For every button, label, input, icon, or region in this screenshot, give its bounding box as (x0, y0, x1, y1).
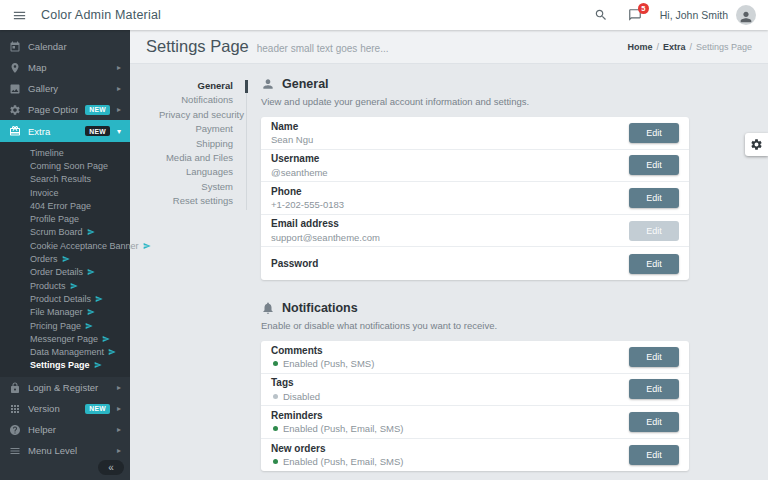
calendar-icon (9, 41, 21, 53)
breadcrumb-separator: / (689, 42, 692, 52)
row-value: +1-202-555-0183 (271, 199, 629, 210)
edit-button[interactable]: Edit (629, 254, 679, 274)
submenu-item-data-management[interactable]: Data Management (0, 345, 130, 358)
sidebar-item-version[interactable]: Version NEW ▸ (0, 398, 130, 419)
row-text: Password (271, 258, 629, 269)
sidebar-item-login-register[interactable]: Login & Register ▸ (0, 377, 130, 398)
sidebar-item-map[interactable]: Map ▸ (0, 57, 130, 78)
row-label: Username (271, 153, 629, 164)
status-dot-disabled (273, 394, 278, 399)
row-label: Email address (271, 218, 629, 229)
submenu-item-invoice[interactable]: Invoice (0, 186, 130, 199)
breadcrumb-home[interactable]: Home (627, 42, 652, 52)
grid-icon (9, 403, 21, 415)
submenu-label: Pricing Page (30, 321, 81, 331)
settings-nav-system[interactable]: System (159, 180, 233, 194)
submenu-label: Cookie Acceptance Banner (30, 241, 139, 251)
paper-plane-icon (94, 361, 102, 369)
setting-row-username: Username @seantheme Edit (261, 150, 689, 183)
submenu-label: Order Details (30, 267, 83, 277)
settings-content: General Notifications Privacy and securi… (130, 64, 768, 480)
sidebar-item-menu-level[interactable]: Menu Level ▸ (0, 440, 130, 461)
submenu-item-product-details[interactable]: Product Details (0, 292, 130, 305)
question-icon (9, 424, 21, 436)
edit-button[interactable]: Edit (629, 123, 679, 143)
paper-plane-icon (108, 348, 116, 356)
row-label: Reminders (271, 410, 629, 421)
sidebar-item-label: Gallery (28, 83, 110, 94)
settings-nav-reset-settings[interactable]: Reset settings (159, 194, 233, 208)
submenu-label: Search Results (30, 174, 91, 184)
paper-plane-icon (70, 282, 78, 290)
submenu-item-file-manager[interactable]: File Manager (0, 306, 130, 319)
notifications-section: Notifications Enable or disable what not… (261, 301, 689, 471)
edit-button[interactable]: Edit (629, 412, 679, 432)
submenu-label: Data Management (30, 347, 104, 357)
settings-nav-shipping[interactable]: Shipping (159, 137, 233, 151)
notifications-button[interactable]: 5 (628, 8, 642, 22)
submenu-item-scrum-board[interactable]: Scrum Board (0, 226, 130, 239)
chevron-right-icon: ▸ (117, 63, 121, 72)
row-value: support@seantheme.com (271, 232, 629, 243)
new-badge: NEW (85, 404, 110, 414)
submenu-item-order-details[interactable]: Order Details (0, 266, 130, 279)
settings-nav-general[interactable]: General (159, 79, 233, 93)
submenu-item-coming-soon-page[interactable]: Coming Soon Page (0, 159, 130, 172)
submenu-item-settings-page[interactable]: Settings Page (0, 359, 130, 372)
submenu-item-search-results[interactable]: Search Results (0, 173, 130, 186)
sidebar-collapse-button[interactable]: « (98, 460, 124, 475)
app-title: Color Admin Material (41, 8, 161, 22)
submenu-item-messenger-page[interactable]: Messenger Page (0, 332, 130, 345)
sidebar-item-label: Menu Level (28, 445, 110, 456)
submenu-label: Settings Page (30, 360, 90, 370)
submenu-label: Timeline (30, 148, 64, 158)
sidebar-item-label: Version (28, 403, 78, 414)
paper-plane-icon (95, 295, 103, 303)
hamburger-menu-icon[interactable] (12, 8, 27, 23)
chevron-right-icon: ▸ (117, 383, 121, 392)
sidebar-item-gallery[interactable]: Gallery ▸ (0, 78, 130, 99)
topbar: Color Admin Material 5 Hi, John Smith (0, 0, 768, 30)
settings-nav-languages[interactable]: Languages (159, 165, 233, 179)
submenu-item-profile-page[interactable]: Profile Page (0, 212, 130, 225)
settings-nav-media-and-files[interactable]: Media and Files (159, 151, 233, 165)
edit-button[interactable]: Edit (629, 155, 679, 175)
paper-plane-icon (87, 268, 95, 276)
sidebar-item-helper[interactable]: Helper ▸ (0, 419, 130, 440)
theme-settings-button[interactable] (745, 133, 768, 156)
settings-nav-payment[interactable]: Payment (159, 122, 233, 136)
row-value: @seantheme (271, 167, 629, 178)
settings-nav-notifications[interactable]: Notifications (159, 93, 233, 107)
sidebar-item-calendar[interactable]: Calendar (0, 36, 130, 57)
edit-button-disabled: Edit (629, 221, 679, 241)
submenu-item-pricing-page[interactable]: Pricing Page (0, 319, 130, 332)
page-header: Settings Page header small text goes her… (130, 30, 768, 64)
section-title: Notifications (282, 301, 358, 315)
general-section-header: General (261, 77, 689, 91)
bell-icon (261, 301, 275, 315)
avatar[interactable] (736, 5, 756, 25)
gear-icon (750, 138, 763, 151)
submenu-item-timeline[interactable]: Timeline (0, 146, 130, 159)
submenu-item-404-error-page[interactable]: 404 Error Page (0, 199, 130, 212)
edit-button[interactable]: Edit (629, 445, 679, 465)
settings-nav-privacy-and-security[interactable]: Privacy and security (159, 108, 233, 122)
breadcrumb-extra[interactable]: Extra (663, 42, 686, 52)
settings-sections: General View and update your general acc… (261, 77, 689, 480)
user-greeting: Hi, John Smith (660, 9, 728, 21)
sidebar-item-label: Extra (28, 126, 78, 137)
row-value: Disabled (271, 391, 629, 402)
submenu-item-products[interactable]: Products (0, 279, 130, 292)
search-button[interactable] (594, 8, 608, 22)
section-title: General (282, 77, 329, 91)
submenu-item-orders[interactable]: Orders (0, 252, 130, 265)
edit-button[interactable]: Edit (629, 379, 679, 399)
general-section: General View and update your general acc… (261, 77, 689, 280)
sidebar-item-extra[interactable]: Extra NEW ▾ (0, 120, 130, 142)
submenu-item-cookie-acceptance-banner[interactable]: Cookie Acceptance Banner (0, 239, 130, 252)
menu-lines-icon (9, 445, 21, 457)
edit-button[interactable]: Edit (629, 188, 679, 208)
sidebar-item-page-options[interactable]: Page Options NEW ▸ (0, 99, 130, 120)
status-text: Disabled (283, 391, 320, 402)
edit-button[interactable]: Edit (629, 347, 679, 367)
